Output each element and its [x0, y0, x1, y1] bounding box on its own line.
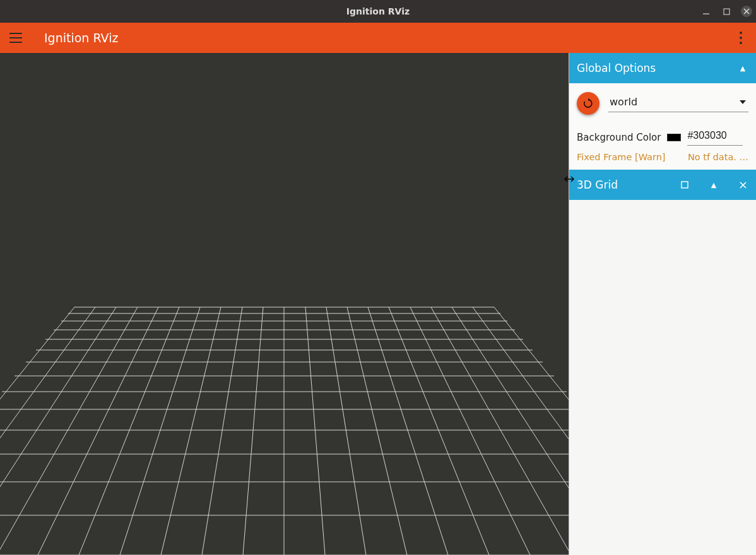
collapse-button[interactable]: ▲ — [737, 62, 748, 74]
fixed-frame-row: world — [577, 92, 748, 115]
svg-line-42 — [494, 307, 569, 555]
svg-line-34 — [326, 307, 366, 555]
app-body: Global Options ▲ world — [0, 53, 756, 555]
svg-line-30 — [202, 307, 242, 555]
square-icon — [681, 181, 688, 189]
window-title: Ignition RViz — [0, 6, 756, 16]
chevron-up-icon: ▲ — [711, 181, 716, 189]
window-titlebar: Ignition RViz — [0, 0, 756, 23]
minimize-button[interactable] — [700, 6, 712, 17]
maximize-button[interactable] — [721, 6, 732, 17]
side-panel: Global Options ▲ world — [569, 53, 756, 555]
dot-icon — [740, 32, 742, 34]
app-header: Ignition RViz — [0, 23, 756, 53]
refresh-icon — [583, 98, 593, 108]
svg-line-31 — [243, 307, 263, 555]
resize-horizontal-icon — [564, 176, 574, 182]
refresh-frames-button[interactable] — [577, 92, 599, 115]
svg-line-24 — [0, 307, 116, 555]
background-color-label: Background Color — [577, 132, 661, 143]
undock-panel-button[interactable] — [679, 179, 690, 190]
window-controls — [700, 0, 752, 23]
svg-line-33 — [305, 307, 325, 555]
close-button[interactable] — [741, 6, 752, 17]
global-options-header[interactable]: Global Options ▲ — [569, 53, 756, 83]
svg-rect-1 — [724, 9, 729, 15]
warning-label: Fixed Frame [Warn] — [577, 152, 665, 162]
collapse-panel-button[interactable]: ▲ — [708, 179, 719, 190]
svg-line-27 — [79, 307, 179, 555]
global-options-title: Global Options — [577, 62, 737, 74]
chevron-up-icon: ▲ — [740, 64, 745, 73]
hamburger-icon — [9, 33, 22, 43]
svg-line-38 — [410, 307, 530, 555]
fixed-frame-warning: Fixed Frame [Warn] No tf data. … — [569, 152, 756, 170]
global-options-body: world Background Color — [569, 83, 756, 152]
3d-grid-title: 3D Grid — [577, 178, 679, 191]
panel-resize-handle[interactable] — [563, 173, 576, 185]
fixed-frame-value: world — [610, 96, 637, 108]
svg-line-28 — [120, 307, 200, 555]
close-panel-button[interactable] — [737, 179, 748, 190]
dot-icon — [740, 42, 742, 44]
fixed-frame-select[interactable]: world — [608, 95, 748, 112]
svg-line-23 — [0, 307, 95, 555]
dot-icon — [740, 37, 742, 39]
overflow-menu-button[interactable] — [733, 27, 748, 49]
background-color-row: Background Color — [577, 129, 748, 146]
background-color-input[interactable] — [687, 129, 743, 146]
svg-rect-45 — [682, 182, 688, 188]
svg-line-36 — [368, 307, 448, 555]
3d-grid-header[interactable]: 3D Grid ▲ — [569, 170, 756, 200]
svg-line-37 — [389, 307, 489, 555]
svg-line-29 — [161, 307, 221, 555]
svg-line-22 — [0, 307, 74, 555]
svg-line-25 — [0, 307, 138, 555]
app-title: Ignition RViz — [44, 31, 118, 45]
menu-button[interactable] — [5, 27, 27, 49]
svg-line-40 — [452, 307, 569, 555]
chevron-down-icon — [740, 100, 746, 104]
side-panel-fill — [569, 200, 756, 555]
background-color-swatch[interactable] — [667, 134, 681, 141]
3d-viewport[interactable] — [0, 53, 569, 555]
grid-overlay — [0, 53, 569, 555]
svg-line-35 — [347, 307, 407, 555]
warning-text: No tf data. … — [688, 152, 748, 162]
close-icon — [740, 182, 747, 189]
svg-line-26 — [38, 307, 158, 555]
svg-line-41 — [473, 307, 569, 555]
